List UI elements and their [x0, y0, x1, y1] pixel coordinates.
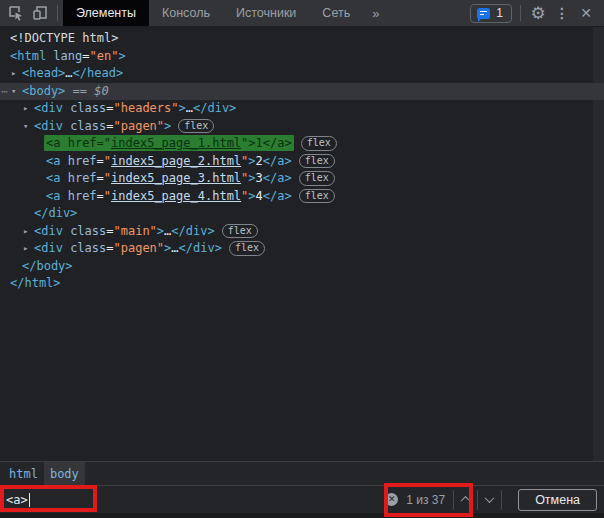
token-tag: </div> — [171, 224, 214, 238]
node-markup: <html lang="en"> — [10, 49, 126, 63]
href-link[interactable]: index5_page_4.html — [111, 189, 241, 203]
toolbar-divider — [57, 5, 58, 21]
search-bar-divider — [501, 490, 502, 510]
dom-row-div-headers[interactable]: ▸<div class="headers">…</div> — [0, 100, 604, 118]
token-value: " — [104, 154, 111, 168]
token-attr: class — [63, 241, 106, 255]
token-plain: = — [97, 136, 104, 150]
tab-network[interactable]: Сеть — [309, 0, 363, 26]
token-tag: </a> — [263, 136, 292, 150]
next-match-button[interactable] — [478, 489, 501, 511]
disclosure-triangle-open[interactable]: ▾ — [22, 118, 34, 136]
dom-row-a-page-2[interactable]: <a href="index5_page_2.html">2</a>flex — [0, 153, 604, 171]
token-plain: 3 — [256, 171, 263, 185]
token-tag: > — [164, 119, 171, 133]
token-tag: <body> — [22, 84, 65, 98]
token-tag: <a — [46, 189, 60, 203]
dom-row-a-page-3[interactable]: <a href="index5_page_3.html">3</a>flex — [0, 170, 604, 188]
settings-button[interactable]: ⚙ — [526, 1, 550, 25]
dom-row-html-open[interactable]: <html lang="en"> — [0, 48, 604, 66]
token-tag: </body> — [22, 259, 73, 273]
issues-button[interactable]: 1 — [470, 4, 512, 23]
token-tag: </a> — [263, 154, 292, 168]
disclosure-triangle-closed[interactable]: ▸ — [22, 240, 34, 258]
token-tag: <head> — [22, 66, 65, 80]
more-options-button[interactable]: ⋮ — [550, 1, 574, 25]
token-tag: > — [248, 154, 255, 168]
dom-row-body-close[interactable]: </body> — [0, 258, 604, 276]
dom-row-head[interactable]: ▸<head>…</head> — [0, 65, 604, 83]
node-markup: </div> — [34, 206, 77, 220]
kebab-menu-icon: ⋮ — [555, 6, 569, 20]
dom-row-a-page-1[interactable]: <a href="index5_page_1.html">1</a>flex — [0, 135, 604, 153]
cancel-search-button[interactable]: Отмена — [518, 489, 597, 511]
href-link[interactable]: index5_page_1.html — [111, 136, 241, 150]
close-icon: ✕ — [580, 6, 592, 20]
dom-tree: <!DOCTYPE html><html lang="en">▸<head>…<… — [0, 27, 604, 461]
previous-match-button[interactable] — [454, 489, 477, 511]
breadcrumb: html body — [0, 461, 604, 485]
hidden-nodes-ellipsis[interactable]: ⋯ — [1, 83, 7, 101]
flex-badge[interactable]: flex — [178, 119, 214, 134]
token-tag: </head> — [73, 66, 124, 80]
disclosure-triangle-closed[interactable]: ▸ — [22, 100, 34, 118]
token-plain: 2 — [256, 154, 263, 168]
breadcrumb-body[interactable]: body — [44, 462, 85, 485]
node-markup: <head>…</head> — [22, 66, 123, 80]
inspect-cursor-icon — [7, 4, 25, 22]
token-plain: … — [65, 66, 72, 80]
token-tag: > — [157, 224, 164, 238]
chevron-up-icon — [461, 496, 471, 506]
dom-row-doctype[interactable]: <!DOCTYPE html> — [0, 30, 604, 48]
token-attr: href — [60, 136, 96, 150]
node-markup: </html> — [10, 276, 61, 290]
href-link[interactable]: index5_page_3.html — [111, 171, 241, 185]
disclosure-triangle-closed[interactable]: ▸ — [22, 223, 34, 241]
token-plain: = — [97, 171, 104, 185]
token-attr: class — [63, 119, 106, 133]
href-link[interactable]: index5_page_2.html — [111, 154, 241, 168]
flex-badge[interactable]: flex — [299, 171, 335, 186]
flex-badge[interactable]: flex — [299, 189, 335, 204]
dom-row-div-main[interactable]: ▸<div class="main">…</div>flex — [0, 223, 604, 241]
clear-search-button[interactable]: ✕ — [385, 493, 398, 506]
token-plain: = — [97, 154, 104, 168]
issues-icon — [477, 8, 490, 19]
breadcrumb-html[interactable]: html — [3, 462, 44, 485]
device-toolbar-button[interactable] — [28, 1, 52, 25]
token-attr: class — [63, 224, 106, 238]
token-tag: > — [248, 189, 255, 203]
dom-row-div-pagen-2[interactable]: ▸<div class="pagen">…</div>flex — [0, 240, 604, 258]
search-bar: <a> ✕ 1 из 37 Отмена — [0, 485, 604, 513]
token-tag: </html> — [10, 276, 61, 290]
token-tag: </div> — [179, 241, 222, 255]
disclosure-triangle-open[interactable]: ▾ — [10, 83, 22, 101]
dom-row-a-page-4[interactable]: <a href="index5_page_4.html">4</a>flex — [0, 188, 604, 206]
tab-elements[interactable]: Элементы — [63, 0, 149, 26]
flex-badge[interactable]: flex — [229, 241, 265, 256]
flex-badge[interactable]: flex — [299, 154, 335, 169]
search-input[interactable]: <a> — [6, 486, 385, 513]
tab-sources[interactable]: Источники — [223, 0, 309, 26]
issues-count: 1 — [496, 6, 503, 20]
dom-row-body-open[interactable]: ⋯▾<body> == $0 — [0, 83, 604, 101]
dom-row-div-pagen-open[interactable]: ▾<div class="pagen">flex — [0, 118, 604, 136]
dom-row-html-close[interactable]: </html> — [0, 275, 604, 293]
token-plain: 1 — [256, 136, 263, 150]
node-markup: <div class="main">…</div> — [34, 224, 215, 238]
token-attr: class — [63, 101, 106, 115]
node-markup: <div class="headers">…</div> — [34, 101, 236, 115]
tab-console[interactable]: Консоль — [149, 0, 223, 26]
flex-badge[interactable]: flex — [222, 224, 258, 239]
close-devtools-button[interactable]: ✕ — [574, 1, 598, 25]
inspect-element-button[interactable] — [4, 1, 28, 25]
node-markup: </body> — [22, 259, 73, 273]
token-tag: <div — [34, 101, 63, 115]
disclosure-triangle-closed[interactable]: ▸ — [10, 65, 22, 83]
chevron-down-icon — [485, 493, 495, 503]
flex-badge[interactable]: flex — [301, 136, 337, 151]
more-tabs-button[interactable]: » — [363, 0, 388, 26]
token-value: "pagen" — [114, 119, 165, 133]
node-markup: <a href="index5_page_3.html">3</a> — [46, 171, 292, 185]
dom-row-div-pagen-close[interactable]: </div> — [0, 205, 604, 223]
